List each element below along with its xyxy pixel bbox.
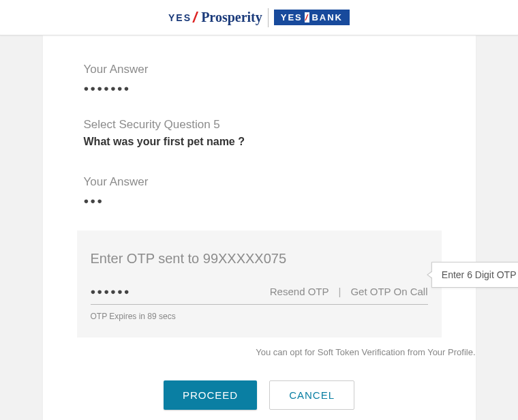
logo-slash-icon: /: [193, 9, 198, 27]
logo-prosperity-text: Prosperity: [201, 10, 262, 25]
yes-prosperity-logo: YES / Prosperity: [168, 9, 262, 27]
otp-panel: Enter OTP sent to 99XXXXX075 ●●●●●● Rese…: [77, 230, 442, 338]
logo-container: YES / Prosperity YES / BANK: [168, 8, 350, 27]
get-otp-on-call-link[interactable]: Get OTP On Call: [350, 286, 427, 297]
answer5-label: Your Answer: [84, 175, 435, 189]
soft-token-note: You can opt for Soft Token Verification …: [77, 347, 476, 357]
answer5-input[interactable]: ●●●: [84, 196, 435, 206]
resend-otp-link[interactable]: Resend OTP: [270, 286, 329, 297]
otp-link-separator: |: [339, 286, 341, 297]
otp-links: Resend OTP | Get OTP On Call: [270, 286, 428, 297]
main-card: Your Answer ●●●●●●● Select Security Ques…: [43, 35, 476, 420]
logo-divider: [268, 8, 269, 27]
otp-input[interactable]: ●●●●●●: [91, 286, 270, 297]
logo-bank-slash-icon: /: [305, 12, 310, 22]
otp-row: ●●●●●● Resend OTP | Get OTP On Call: [91, 286, 428, 305]
otp-tooltip: Enter 6 Digit OTP: [431, 262, 518, 288]
logo-bank-yes: YES: [281, 12, 303, 22]
otp-expiry-text: OTP Expires in 89 secs: [91, 312, 428, 321]
top-bar: YES / Prosperity YES / BANK: [0, 0, 518, 35]
answer4-label: Your Answer: [84, 63, 435, 76]
answer4-input[interactable]: ●●●●●●●: [84, 83, 435, 93]
logo-bank-text: BANK: [311, 12, 343, 22]
content-area: Your Answer ●●●●●●● Select Security Ques…: [43, 35, 435, 206]
button-row: PROCEED CANCEL: [43, 380, 476, 410]
cancel-button[interactable]: CANCEL: [269, 380, 354, 410]
proceed-button[interactable]: PROCEED: [164, 380, 257, 410]
otp-title: Enter OTP sent to 99XXXXX075: [91, 251, 428, 267]
question5-text: What was your first pet name ?: [84, 136, 435, 148]
logo-yes-text: YES: [168, 12, 192, 23]
question5-select-label: Select Security Question 5: [84, 118, 435, 132]
yes-bank-logo: YES / BANK: [274, 10, 350, 25]
